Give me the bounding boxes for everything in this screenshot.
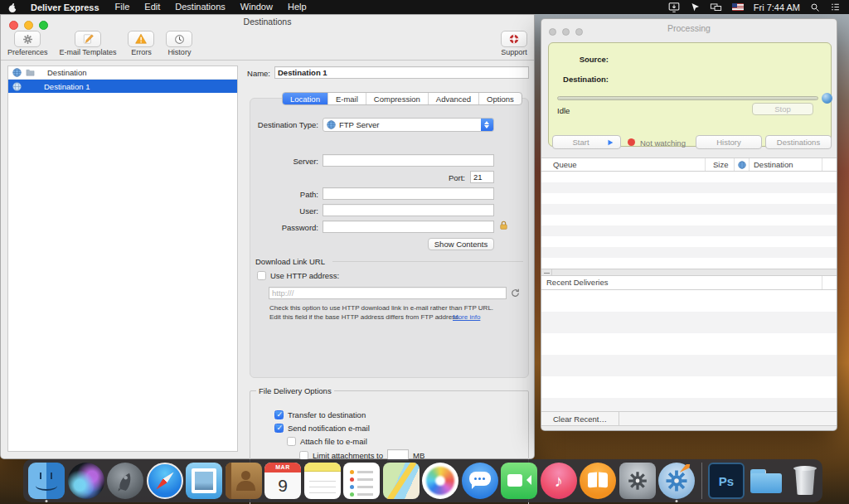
use-http-label: Use HTTP address: [270, 271, 339, 280]
menu-clock[interactable]: Fri 7:44 AM [754, 2, 800, 12]
menu-file[interactable]: File [108, 0, 138, 14]
gear-icon [627, 470, 648, 492]
window-title: Processing [541, 19, 837, 37]
dock-icon-contacts[interactable] [226, 463, 262, 499]
server-label: Server: [244, 157, 318, 166]
show-contents-button[interactable]: Show Contents [428, 238, 494, 250]
recent-list[interactable] [541, 290, 837, 411]
popup-stepper-icon [481, 119, 493, 131]
sidebar-group-row[interactable]: Destination [8, 66, 237, 80]
dock-icon-reminders[interactable] [343, 463, 380, 499]
column-queue[interactable]: Queue [553, 160, 577, 169]
pencil-icon [82, 33, 94, 45]
destination-type-label: Destination Type: [244, 120, 318, 129]
displays-icon[interactable] [710, 2, 722, 13]
destination-type-popup[interactable]: FTP Server [323, 118, 494, 132]
name-input[interactable]: Destination 1 [274, 66, 529, 79]
more-info-link[interactable]: More info [453, 313, 480, 321]
destinations-window: Destinations Preferences E-mail Template… [0, 14, 535, 459]
progress-bar [557, 96, 818, 100]
dock-icon-notes[interactable] [304, 463, 341, 499]
transfer-checkbox[interactable] [274, 410, 284, 419]
password-input[interactable] [323, 220, 494, 233]
support-button[interactable]: Support [501, 31, 527, 56]
tab-email[interactable]: E-mail [328, 93, 366, 104]
destinations-button[interactable]: Destinations [765, 135, 832, 149]
port-input[interactable]: 21 [470, 171, 494, 183]
us-flag-icon[interactable] [732, 3, 744, 11]
dock-icon-finder[interactable] [28, 463, 65, 499]
file-delivery-title: File Delivery Options [256, 386, 334, 395]
dock-icon-mail[interactable] [186, 463, 222, 499]
transfer-checkbox-row[interactable]: Transfer to destination [274, 410, 366, 419]
attach-checkbox-row[interactable]: Attach file to e-mail [287, 437, 367, 446]
refresh-icon[interactable] [510, 288, 521, 298]
dock-icon-system-preferences[interactable] [619, 463, 656, 499]
dock-icon-ibooks[interactable] [580, 463, 616, 499]
user-label: User: [244, 206, 318, 216]
tab-compression[interactable]: Compression [366, 93, 429, 104]
sidebar-group-label: Destination [47, 68, 87, 77]
use-http-checkbox-row[interactable]: Use HTTP address: [257, 271, 339, 280]
collapse-handle-icon[interactable] [541, 269, 552, 275]
attach-checkbox[interactable] [287, 437, 296, 446]
dock-icon-trash[interactable] [787, 463, 823, 499]
tab-advanced[interactable]: Advanced [429, 93, 479, 104]
menu-destinations[interactable]: Destinations [167, 0, 233, 14]
path-input[interactable] [323, 187, 494, 200]
dock-icon-siri[interactable] [68, 463, 104, 499]
tab-bar: Location E-mail Compression Advanced Opt… [282, 92, 522, 105]
start-button[interactable]: Start [552, 135, 621, 149]
titlebar[interactable]: Processing [541, 19, 837, 37]
server-input[interactable] [323, 154, 494, 167]
sidebar-item-destination-1[interactable]: Destination 1 [8, 80, 237, 93]
dock-icon-deliver-express[interactable] [658, 463, 695, 499]
dock-icon-safari[interactable] [147, 463, 183, 499]
app-menu[interactable]: Deliver Express [26, 2, 108, 12]
tab-location[interactable]: Location [283, 93, 328, 104]
cursor-icon[interactable] [690, 2, 700, 12]
airplay-display-icon[interactable] [668, 2, 680, 13]
errors-button[interactable]: Errors [128, 31, 154, 56]
column-destination[interactable]: Destination [754, 160, 793, 169]
menu-help[interactable]: Help [280, 0, 314, 14]
dock-icon-messages[interactable] [462, 463, 498, 499]
queue-table-header: Queue Size Destination [541, 158, 837, 172]
stop-button[interactable]: Stop [752, 103, 813, 115]
http-url-input[interactable]: http:/// [269, 287, 507, 299]
column-size[interactable]: Size [713, 160, 728, 169]
queue-table-body[interactable] [541, 172, 837, 269]
notification-list-icon[interactable] [830, 2, 841, 12]
dock-icon-facetime[interactable] [501, 463, 537, 499]
dock-icon-downloads-folder[interactable] [748, 463, 784, 499]
notification-checkbox[interactable] [274, 424, 284, 433]
dock-icon-photos[interactable] [422, 463, 458, 499]
user-input[interactable] [323, 204, 494, 216]
tab-options[interactable]: Options [479, 93, 522, 104]
preferences-button[interactable]: Preferences [7, 31, 48, 56]
recent-header: Recent Deliveries [541, 276, 837, 290]
menu-window[interactable]: Window [233, 0, 280, 14]
limit-checkbox[interactable] [299, 451, 308, 460]
use-http-checkbox[interactable] [257, 271, 266, 280]
history-button[interactable]: History [166, 31, 192, 56]
globe-icon [12, 82, 22, 91]
search-icon[interactable] [810, 2, 820, 12]
dock-icon-calendar[interactable]: MAR 9 [264, 463, 301, 499]
gear-icon [22, 34, 33, 45]
dock-icon-maps[interactable] [383, 463, 420, 499]
menu-edit[interactable]: Edit [137, 0, 167, 14]
apple-menu[interactable] [0, 0, 26, 14]
notification-checkbox-row[interactable]: Send notification e-mail [274, 424, 370, 433]
dock-icon-itunes[interactable]: ♪ [541, 463, 577, 499]
globe-column-icon[interactable] [738, 161, 746, 169]
dock-icon-launchpad[interactable] [107, 463, 143, 499]
dock-icon-photoshop[interactable]: Ps [708, 463, 745, 499]
pane-splitter[interactable] [541, 269, 837, 276]
history-button[interactable]: History [696, 135, 762, 149]
clock-icon [174, 34, 185, 45]
calendar-month: MAR [264, 463, 301, 472]
clear-recent-button[interactable]: Clear Recent… [541, 412, 619, 425]
email-templates-button[interactable]: E-mail Templates [60, 31, 117, 56]
titlebar[interactable]: Destinations [1, 15, 534, 29]
